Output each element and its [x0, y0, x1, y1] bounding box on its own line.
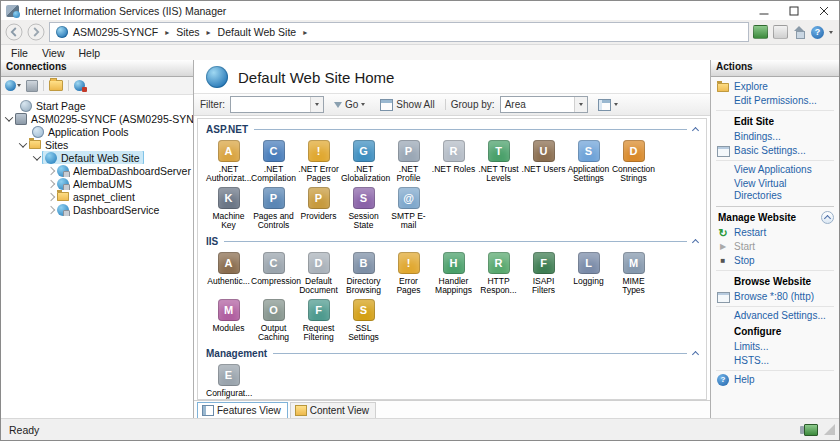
help-icon[interactable]: ? — [811, 26, 824, 39]
action-basic-settings[interactable]: Basic Settings... — [716, 144, 834, 158]
filter-input[interactable] — [231, 98, 310, 112]
window-title: Internet Information Services (IIS) Mana… — [25, 5, 226, 17]
resize-grip[interactable] — [824, 424, 835, 435]
feature-request-filtering[interactable]: FRequest Filtering — [296, 299, 341, 342]
application-pools-icon — [32, 126, 44, 138]
action-start[interactable]: ▶Start — [716, 240, 834, 254]
feature-mime-types[interactable]: MMIME Types — [611, 252, 656, 295]
menu-help[interactable]: Help — [72, 47, 108, 59]
feature-connection-strings[interactable]: DConnection Strings — [611, 140, 656, 183]
feature-pages-and-controls[interactable]: PPages and Controls — [251, 187, 296, 230]
back-button[interactable] — [5, 23, 23, 41]
refresh-icon[interactable] — [753, 25, 768, 39]
collapse-group-icon[interactable] — [821, 211, 834, 224]
feature-isapi-filters[interactable]: FISAPI Filters — [521, 252, 566, 295]
feature-dotnet-globalization[interactable]: G.NET Globalization — [341, 140, 386, 183]
expand-chevron-icon[interactable] — [45, 178, 56, 189]
action-help[interactable]: ?Help — [716, 373, 834, 387]
tree-item-default-web-site[interactable]: Default Web Site — [1, 151, 193, 164]
feature-handler-mappings[interactable]: HHandler Mappings — [431, 252, 476, 295]
tab-content-view[interactable]: Content View — [290, 402, 376, 418]
feature-modules[interactable]: MModules — [206, 299, 251, 342]
feature-dotnet-profile[interactable]: P.NET Profile — [386, 140, 431, 183]
feature-machine-key[interactable]: KMachine Key — [206, 187, 251, 230]
feature-compression[interactable]: CCompression — [251, 252, 296, 295]
collapse-section-icon[interactable] — [692, 239, 699, 246]
breadcrumb-sites[interactable]: Sites — [176, 26, 199, 38]
tree-item-start-page[interactable]: Start Page — [1, 99, 193, 112]
action-explore[interactable]: Explore — [716, 80, 834, 94]
expand-chevron-icon[interactable] — [45, 191, 56, 202]
feature-logging[interactable]: LLogging — [566, 252, 611, 295]
feature-ssl-settings[interactable]: SSSL Settings — [341, 299, 386, 342]
feature-configuration-editor[interactable]: EConfigurat... Editor — [206, 364, 251, 400]
feature-smtp-email[interactable]: @SMTP E-mail — [386, 187, 431, 230]
action-stop[interactable]: ■Stop — [716, 254, 834, 268]
section-name: ASP.NET — [206, 124, 248, 135]
action-restart[interactable]: ↻Restart — [716, 226, 834, 240]
action-advanced-settings[interactable]: Advanced Settings... — [716, 309, 834, 323]
feature-http-response-headers[interactable]: RHTTP Respon... — [476, 252, 521, 295]
feature-dotnet-roles[interactable]: R.NET Roles — [431, 140, 476, 183]
connect-icon[interactable] — [5, 80, 21, 91]
group-by-select[interactable]: Area — [500, 96, 588, 113]
collapse-section-icon[interactable] — [692, 127, 699, 134]
expand-chevron-icon[interactable] — [45, 165, 56, 176]
home-icon[interactable] — [793, 26, 806, 38]
feature-dotnet-error-pages[interactable]: !.NET Error Pages — [296, 140, 341, 183]
feature-dotnet-compilation[interactable]: C.NET Compilation — [251, 140, 296, 183]
filter-dropdown-arrow-icon[interactable] — [310, 97, 323, 112]
disconnect-icon[interactable] — [74, 80, 85, 91]
minimize-button[interactable] — [749, 1, 779, 20]
action-view-applications[interactable]: View Applications — [716, 163, 834, 177]
close-button[interactable] — [809, 1, 839, 20]
maximize-button[interactable] — [779, 1, 809, 20]
feature-directory-browsing[interactable]: BDirectory Browsing — [341, 252, 386, 295]
feature-error-pages[interactable]: !Error Pages — [386, 252, 431, 295]
action-view-virtual-directories[interactable]: View Virtual Directories — [716, 177, 834, 203]
feature-application-settings[interactable]: SApplication Settings — [566, 140, 611, 183]
view-mode-button[interactable] — [593, 97, 623, 113]
feature-authentication[interactable]: AAuthentic... — [206, 252, 251, 295]
forward-button[interactable] — [27, 23, 45, 41]
feature-session-state[interactable]: SSession State — [341, 187, 386, 230]
menu-file[interactable]: File — [4, 47, 35, 59]
action-edit-permissions[interactable]: Edit Permissions... — [716, 94, 834, 108]
tree-item-aspnet-client[interactable]: aspnet_client — [1, 190, 193, 203]
breadcrumb-server[interactable]: ASM0295-SYNCF — [73, 26, 158, 38]
feature-dotnet-authorization[interactable]: A.NET Authorizat... — [206, 140, 251, 183]
tree-item-application-pools[interactable]: Application Pools — [1, 125, 193, 138]
up-folder-icon[interactable] — [49, 80, 63, 91]
go-button[interactable]: Go — [329, 97, 370, 112]
collapse-section-icon[interactable] — [692, 351, 699, 358]
help-dropdown-arrow-icon[interactable] — [829, 31, 833, 34]
tree-item-alemba-dashboard-server[interactable]: AlembaDashboardServer — [1, 164, 193, 177]
feature-output-caching[interactable]: OOutput Caching — [251, 299, 296, 342]
feature-dotnet-trust-levels[interactable]: T.NET Trust Levels — [476, 140, 521, 183]
tree-item-sites[interactable]: Sites — [1, 138, 193, 151]
tree-item-server[interactable]: ASM0295-SYNCF (ASM0295-SYNCF\SyncFUser) — [1, 112, 193, 125]
stop-icon[interactable] — [773, 25, 788, 39]
breadcrumb-default-web-site[interactable]: Default Web Site — [218, 26, 297, 38]
expand-chevron-icon[interactable] — [45, 204, 56, 215]
feature-dotnet-users[interactable]: U.NET Users — [521, 140, 566, 183]
feature-default-document[interactable]: DDefault Document — [296, 252, 341, 295]
save-connections-icon[interactable] — [26, 80, 38, 92]
menu-view[interactable]: View — [35, 47, 72, 59]
feature-label: Handler Mappings — [431, 277, 476, 295]
collapse-chevron-icon[interactable] — [31, 152, 42, 163]
breadcrumb-separator-icon: ▸ — [205, 28, 213, 37]
action-label: Help — [734, 374, 755, 386]
feature-providers[interactable]: PProviders — [296, 187, 341, 230]
action-bindings[interactable]: Bindings... — [716, 130, 834, 144]
action-browse-80[interactable]: Browse *:80 (http) — [716, 290, 834, 304]
iis-manager-window: { "window": { "title": "Internet Informa… — [0, 0, 840, 441]
tree-item-dashboard-service[interactable]: DashboardService — [1, 203, 193, 216]
show-all-button[interactable]: Show All — [375, 97, 439, 113]
action-limits[interactable]: Limits... — [716, 340, 834, 354]
tree-item-alemba-ums[interactable]: AlembaUMS — [1, 177, 193, 190]
collapse-chevron-icon[interactable] — [3, 113, 14, 124]
collapse-chevron-icon[interactable] — [17, 139, 28, 150]
tab-features-view[interactable]: Features View — [197, 402, 288, 418]
action-hsts[interactable]: HSTS... — [716, 354, 834, 368]
